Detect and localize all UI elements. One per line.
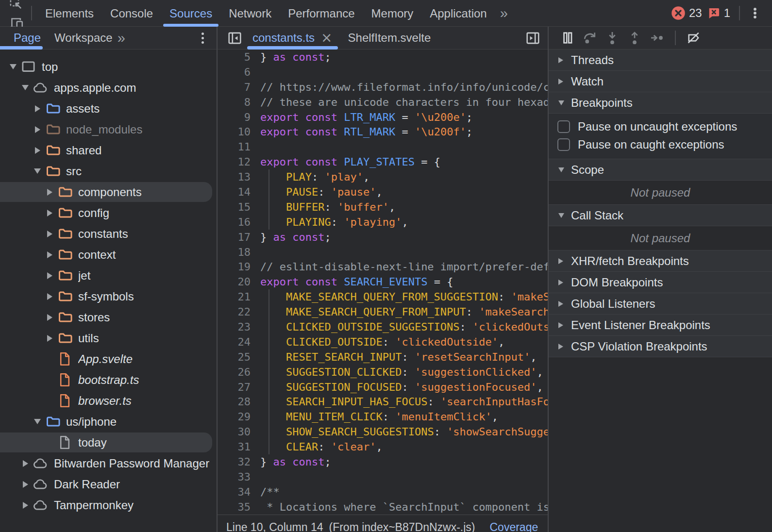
settings-gear-icon[interactable] bbox=[745, 0, 765, 3]
section-header-watch[interactable]: Watch bbox=[549, 71, 772, 92]
show-right-sidebar-icon[interactable] bbox=[522, 28, 543, 48]
line-number[interactable]: 24 bbox=[218, 336, 251, 348]
error-icon bbox=[671, 6, 686, 20]
sidebar-tab-workspace[interactable]: Workspace bbox=[54, 27, 113, 50]
line-number[interactable]: 11 bbox=[218, 141, 251, 153]
step-into-icon[interactable] bbox=[603, 28, 621, 48]
error-badge[interactable]: 23 bbox=[671, 6, 702, 20]
tab-elements[interactable]: Elements bbox=[37, 0, 102, 27]
tree-item-context[interactable]: context bbox=[0, 244, 217, 265]
coverage-link[interactable]: Coverage bbox=[489, 521, 538, 532]
line-number[interactable]: 31 bbox=[218, 441, 251, 453]
line-number[interactable]: 23 bbox=[218, 321, 251, 333]
section-header-threads[interactable]: Threads bbox=[549, 50, 772, 71]
tree-item-browser-ts[interactable]: browser.ts bbox=[0, 390, 217, 411]
tree-item-bitwarden-password-manager[interactable]: Bitwarden Password Manager bbox=[0, 453, 217, 474]
line-number[interactable]: 7 bbox=[218, 81, 251, 93]
tree-item-stores[interactable]: stores bbox=[0, 307, 217, 328]
sidebar-tab-page[interactable]: Page bbox=[14, 27, 41, 50]
line-number[interactable]: 13 bbox=[218, 171, 251, 183]
tree-item-components[interactable]: components bbox=[0, 182, 217, 202]
section-header-global-listeners[interactable]: Global Listeners bbox=[549, 293, 772, 315]
checkbox[interactable] bbox=[557, 120, 570, 133]
tree-item-tampermonkey[interactable]: Tampermonkey bbox=[0, 495, 217, 515]
deactivate-breakpoints-icon[interactable] bbox=[685, 28, 703, 48]
more-tabs-icon[interactable]: » bbox=[495, 5, 512, 21]
tab-performance[interactable]: Performance bbox=[280, 0, 363, 27]
tree-item-utils[interactable]: utils bbox=[0, 328, 217, 349]
line-number[interactable]: 9 bbox=[218, 111, 251, 123]
line-number[interactable]: 29 bbox=[218, 411, 251, 423]
navigator-menu-icon[interactable] bbox=[201, 33, 204, 44]
code-editor[interactable]: 5} as const;67// https://www.fileformat.… bbox=[218, 50, 548, 515]
section-header-scope[interactable]: Scope bbox=[549, 159, 772, 181]
kebab-menu-icon[interactable] bbox=[745, 3, 765, 23]
tab-console[interactable]: Console bbox=[102, 0, 161, 27]
section-header-csp-violation-breakpoints[interactable]: CSP Violation Breakpoints bbox=[549, 336, 772, 357]
tree-item-top[interactable]: top bbox=[0, 56, 217, 77]
section-header-xhr-fetch-breakpoints[interactable]: XHR/fetch Breakpoints bbox=[549, 250, 772, 272]
line-number[interactable]: 17 bbox=[218, 231, 251, 243]
checkbox-row[interactable]: Pause on caught exceptions bbox=[549, 135, 772, 153]
line-number[interactable]: 8 bbox=[218, 96, 251, 108]
step-over-icon[interactable] bbox=[581, 28, 599, 48]
tree-item-src[interactable]: src bbox=[0, 161, 217, 182]
tree-item-us-iphone[interactable]: us/iphone bbox=[0, 411, 217, 432]
section-header-breakpoints[interactable]: Breakpoints bbox=[549, 92, 772, 114]
tree-item-config[interactable]: config bbox=[0, 202, 217, 223]
line-number[interactable]: 20 bbox=[218, 276, 251, 288]
line-number[interactable]: 10 bbox=[218, 126, 251, 138]
line-number[interactable]: 15 bbox=[218, 201, 251, 213]
hide-navigator-icon[interactable] bbox=[224, 28, 245, 48]
line-number[interactable]: 27 bbox=[218, 381, 251, 393]
tree-item-sf-symbols[interactable]: sf-symbols bbox=[0, 286, 217, 307]
line-number[interactable]: 12 bbox=[218, 156, 251, 168]
checkbox[interactable] bbox=[557, 138, 570, 151]
close-tab-icon[interactable]: × bbox=[321, 31, 332, 45]
line-number[interactable]: 34 bbox=[218, 486, 251, 498]
tree-item-apps-apple-com[interactable]: apps.apple.com bbox=[0, 77, 217, 98]
line-number[interactable]: 33 bbox=[218, 471, 251, 483]
line-number[interactable]: 18 bbox=[218, 246, 251, 258]
tree-item-constants[interactable]: constants bbox=[0, 223, 217, 244]
line-number[interactable]: 22 bbox=[218, 306, 251, 318]
line-number[interactable]: 21 bbox=[218, 291, 251, 303]
file-tree: topapps.apple.comassetsnode_modulesshare… bbox=[0, 50, 217, 532]
section-header-call-stack[interactable]: Call Stack bbox=[549, 205, 772, 226]
pause-icon[interactable] bbox=[558, 28, 577, 48]
section-header-dom-breakpoints[interactable]: DOM Breakpoints bbox=[549, 272, 772, 293]
inspect-icon[interactable] bbox=[6, 0, 26, 13]
line-number[interactable]: 35 bbox=[218, 501, 251, 513]
sourcemap-file-link[interactable]: index~B87DnNzwx-.js bbox=[362, 521, 471, 532]
line-number[interactable]: 28 bbox=[218, 396, 251, 408]
line-number[interactable]: 16 bbox=[218, 216, 251, 228]
line-number[interactable]: 30 bbox=[218, 426, 251, 438]
line-number[interactable]: 5 bbox=[218, 51, 251, 63]
line-number[interactable]: 32 bbox=[218, 456, 251, 468]
tab-sources[interactable]: Sources bbox=[161, 0, 220, 27]
step-out-icon[interactable] bbox=[625, 28, 644, 48]
editor-tab-constants-ts[interactable]: constants.ts× bbox=[245, 27, 340, 50]
tree-item-node-modules[interactable]: node_modules bbox=[0, 119, 217, 140]
tree-item-app-svelte[interactable]: App.svelte bbox=[0, 349, 217, 369]
tree-item-dark-reader[interactable]: Dark Reader bbox=[0, 474, 217, 495]
line-number[interactable]: 26 bbox=[218, 366, 251, 378]
issues-badge[interactable]: 1 bbox=[707, 6, 730, 20]
line-number[interactable]: 25 bbox=[218, 351, 251, 363]
checkbox-row[interactable]: Pause on uncaught exceptions bbox=[549, 117, 772, 135]
line-number[interactable]: 19 bbox=[218, 261, 251, 273]
section-header-event-listener-breakpoints[interactable]: Event Listener Breakpoints bbox=[549, 315, 772, 336]
navigator-more-tabs-icon[interactable]: » bbox=[113, 30, 129, 46]
tab-memory[interactable]: Memory bbox=[363, 0, 422, 27]
tree-item-today[interactable]: today bbox=[0, 432, 217, 453]
tab-application[interactable]: Application bbox=[421, 0, 495, 27]
line-number[interactable]: 6 bbox=[218, 66, 251, 78]
tab-network[interactable]: Network bbox=[220, 0, 280, 27]
line-number[interactable]: 14 bbox=[218, 186, 251, 198]
tree-item-jet[interactable]: jet bbox=[0, 265, 217, 286]
step-icon[interactable] bbox=[648, 28, 666, 48]
editor-tab-shelfitem-svelte[interactable]: ShelfItem.svelte bbox=[340, 27, 439, 50]
tree-item-bootstrap-ts[interactable]: bootstrap.ts bbox=[0, 369, 217, 390]
tree-item-shared[interactable]: shared bbox=[0, 140, 217, 161]
tree-item-assets[interactable]: assets bbox=[0, 98, 217, 119]
